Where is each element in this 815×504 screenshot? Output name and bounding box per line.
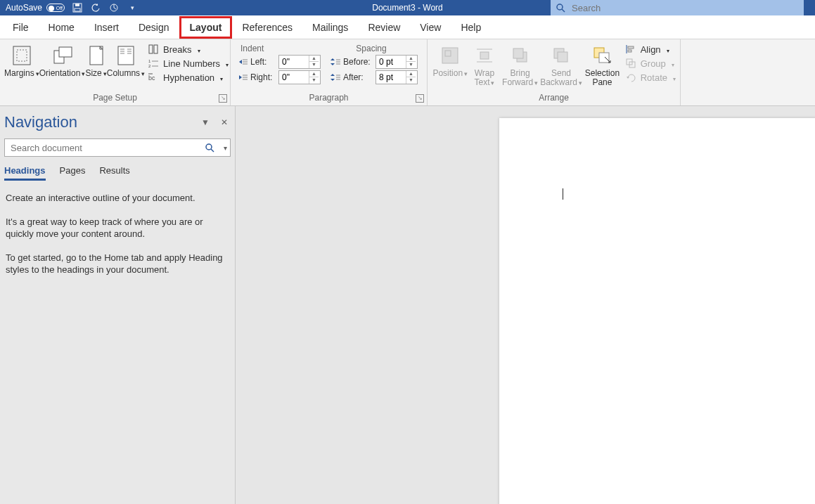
tab-mailings[interactable]: Mailings <box>302 16 358 39</box>
spacing-heading: Spacing <box>322 44 421 53</box>
save-icon[interactable] <box>72 2 83 13</box>
content-area: Navigation ▼ ✕ ▾ Headings Pages Results … <box>0 106 815 504</box>
nav-tab-results[interactable]: Results <box>99 164 129 181</box>
nav-tab-headings[interactable]: Headings <box>4 164 46 181</box>
indent-right-label: Right: <box>250 72 276 82</box>
window-title: Document3 - Word <box>372 3 442 13</box>
send-backward-icon <box>551 44 571 67</box>
tab-insert[interactable]: Insert <box>84 16 129 39</box>
orientation-button[interactable]: Orientation <box>39 42 86 80</box>
tab-layout[interactable]: Layout <box>179 16 233 39</box>
tab-review[interactable]: Review <box>358 16 410 39</box>
align-button[interactable]: Align <box>625 44 676 55</box>
title-bar: AutoSave Off ▾ Document3 - Word <box>0 0 815 15</box>
spacing-after-spinner[interactable]: ▲▼ <box>376 70 418 84</box>
group-button: Group <box>625 58 676 69</box>
margins-button[interactable]: Margins <box>4 42 39 80</box>
indent-left-icon <box>238 57 248 67</box>
tab-references[interactable]: References <box>232 16 302 39</box>
nav-search-box[interactable]: ▾ <box>4 138 231 157</box>
tell-me-search[interactable] <box>551 0 804 15</box>
group-label-paragraph: Paragraph <box>231 90 427 105</box>
svg-rect-19 <box>154 45 158 53</box>
indent-left-spinner[interactable]: ▲▼ <box>278 55 321 69</box>
nav-close-button[interactable]: ✕ <box>221 117 228 127</box>
group-label-arrange: Arrange <box>428 90 680 105</box>
indent-heading: Indent <box>238 44 322 53</box>
rotate-button: Rotate <box>625 72 676 83</box>
selection-pane-button[interactable]: Selection Pane <box>582 42 622 89</box>
paragraph-dialog-launcher[interactable]: ↘ <box>416 94 424 103</box>
spacing-after-input[interactable] <box>376 72 406 82</box>
indent-left-label: Left: <box>250 57 276 67</box>
spacing-before-icon <box>331 57 340 67</box>
svg-rect-51 <box>628 50 631 52</box>
line-numbers-icon: 12 <box>148 58 159 69</box>
svg-rect-18 <box>149 45 153 53</box>
nav-search-options[interactable]: ▾ <box>220 144 230 152</box>
indent-right-spinner[interactable]: ▲▼ <box>278 70 321 84</box>
wrap-text-button: Wrap Text <box>469 42 501 89</box>
search-input[interactable] <box>570 2 804 14</box>
nav-search-icon[interactable] <box>205 143 220 153</box>
wrap-text-icon <box>475 44 494 67</box>
size-button[interactable]: Size <box>85 42 106 80</box>
document-area[interactable] <box>236 106 815 504</box>
nav-hint-1: Create an interactive outline of your do… <box>6 192 229 205</box>
svg-rect-7 <box>17 50 27 61</box>
undo-icon[interactable] <box>90 2 101 13</box>
qat-customize-icon[interactable]: ▾ <box>127 2 138 13</box>
svg-rect-48 <box>599 53 609 63</box>
tab-file[interactable]: File <box>3 16 39 39</box>
indent-right-input[interactable] <box>279 72 309 82</box>
tab-design[interactable]: Design <box>129 16 179 39</box>
group-label-page-setup: Page Setup <box>0 90 230 105</box>
search-icon <box>551 3 570 13</box>
tab-view[interactable]: View <box>410 16 451 39</box>
page-setup-dialog-launcher[interactable]: ↘ <box>219 94 227 103</box>
columns-icon <box>117 44 135 67</box>
svg-text:1: 1 <box>148 59 151 63</box>
align-icon <box>625 44 636 55</box>
breaks-icon <box>148 44 159 55</box>
svg-rect-2 <box>75 8 80 11</box>
size-icon <box>88 44 105 67</box>
svg-rect-44 <box>513 49 523 58</box>
spacing-after-icon <box>331 72 340 82</box>
svg-text:bc: bc <box>148 75 155 82</box>
autosave-toggle[interactable]: AutoSave Off <box>6 3 65 13</box>
nav-search-input[interactable] <box>5 143 205 153</box>
svg-rect-40 <box>480 52 489 59</box>
redo-icon[interactable] <box>108 2 120 13</box>
navigation-title: Navigation <box>4 113 77 131</box>
svg-rect-9 <box>59 47 72 57</box>
navigation-pane: Navigation ▼ ✕ ▾ Headings Pages Results … <box>0 106 236 504</box>
hyphenation-button[interactable]: bc Hyphenation <box>148 72 229 83</box>
breaks-button[interactable]: Breaks <box>148 44 229 55</box>
spacing-before-input[interactable] <box>376 57 406 67</box>
indent-left-input[interactable] <box>279 57 309 67</box>
svg-point-54 <box>206 144 212 150</box>
svg-rect-6 <box>13 46 30 65</box>
bring-forward-button: Bring Forward <box>500 42 539 89</box>
nav-tab-pages[interactable]: Pages <box>60 164 86 181</box>
tab-help[interactable]: Help <box>451 16 491 39</box>
line-numbers-button[interactable]: 12 Line Numbers <box>148 58 229 69</box>
selection-pane-icon <box>592 44 612 67</box>
margins-icon <box>12 44 32 67</box>
rotate-icon <box>625 72 636 83</box>
spacing-before-spinner[interactable]: ▲▼ <box>376 55 418 69</box>
svg-point-4 <box>557 4 563 10</box>
svg-rect-1 <box>75 4 79 6</box>
tab-home[interactable]: Home <box>39 16 84 39</box>
columns-button[interactable]: Columns <box>107 42 145 80</box>
autosave-switch[interactable]: Off <box>46 4 65 12</box>
orientation-icon <box>52 44 73 67</box>
hyphenation-icon: bc <box>148 72 159 83</box>
nav-hint-2: It's a great way to keep track of where … <box>6 216 229 240</box>
indent-right-icon <box>238 72 248 82</box>
nav-options-dropdown[interactable]: ▼ <box>201 117 210 127</box>
bring-forward-icon <box>511 44 530 67</box>
spacing-before-label: Before: <box>343 57 373 67</box>
document-page[interactable] <box>499 118 815 504</box>
